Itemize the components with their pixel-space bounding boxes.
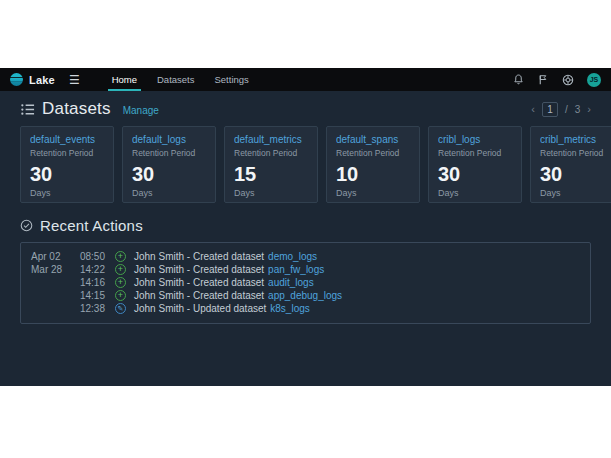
action-dataset-link[interactable]: demo_logs <box>268 251 317 262</box>
retention-period-label: Retention Period <box>540 148 611 158</box>
dataset-card[interactable]: cribl_logs Retention Period 30 Days <box>428 126 522 203</box>
help-ring-icon[interactable] <box>562 74 574 86</box>
dataset-name-link[interactable]: default_spans <box>336 134 410 145</box>
dataset-name-link[interactable]: cribl_metrics <box>540 134 611 145</box>
action-date: Mar 28 <box>31 264 71 275</box>
action-dataset-link[interactable]: audit_logs <box>268 277 314 288</box>
action-text: John Smith - Created dataset <box>134 290 264 301</box>
top-navbar: Lake ☰ Home Datasets Settings <box>0 68 611 91</box>
action-type-icon: + <box>115 290 126 301</box>
retention-unit: Days <box>132 188 206 198</box>
dataset-name-link[interactable]: default_metrics <box>234 134 308 145</box>
action-time: 14:22 <box>71 264 105 275</box>
retention-period-label: Retention Period <box>234 148 308 158</box>
retention-unit: Days <box>438 188 512 198</box>
nav-tab[interactable]: Datasets <box>147 68 205 91</box>
action-date: Apr 02 <box>31 251 71 262</box>
retention-unit: Days <box>336 188 410 198</box>
datasets-header-row: Datasets Manage ‹ 1 / 3 › <box>20 99 611 119</box>
page-separator: / <box>565 104 568 115</box>
retention-value: 30 <box>132 164 206 184</box>
dataset-card[interactable]: default_metrics Retention Period 15 Days <box>224 126 318 203</box>
retention-value: 30 <box>30 164 104 184</box>
retention-unit: Days <box>30 188 104 198</box>
dataset-card[interactable]: cribl_metrics Retention Period 30 Days <box>530 126 611 203</box>
action-time: 08:50 <box>71 251 105 262</box>
recent-actions-header: Recent Actions <box>20 217 611 234</box>
page-total: 3 <box>575 104 581 115</box>
navbar-right-group: JS <box>512 73 601 87</box>
dataset-name-link[interactable]: default_events <box>30 134 104 145</box>
action-text: John Smith - Created dataset <box>134 277 264 288</box>
nav-tabs: Home Datasets Settings <box>102 68 259 91</box>
nav-tab[interactable]: Settings <box>204 68 258 91</box>
nav-tab-label: Home <box>112 74 137 85</box>
lake-app-window: Lake ☰ Home Datasets Settings <box>0 68 611 386</box>
page-next-icon[interactable]: › <box>587 103 591 115</box>
action-time: 14:15 <box>71 290 105 301</box>
retention-value: 30 <box>540 164 611 184</box>
manage-link[interactable]: Manage <box>123 105 159 116</box>
action-dataset-link[interactable]: k8s_logs <box>270 303 309 314</box>
dataset-cards: default_events Retention Period 30 Days … <box>20 126 611 203</box>
retention-value: 10 <box>336 164 410 184</box>
page-current[interactable]: 1 <box>542 102 558 117</box>
cribl-logo-icon <box>10 73 23 86</box>
action-dataset-link[interactable]: pan_fw_logs <box>268 264 324 275</box>
retention-period-label: Retention Period <box>132 148 206 158</box>
nav-tab-label: Datasets <box>157 74 195 85</box>
action-text: John Smith - Created dataset <box>134 251 264 262</box>
pagination: ‹ 1 / 3 › <box>531 102 591 117</box>
list-icon <box>20 102 35 117</box>
product-name: Lake <box>29 74 55 86</box>
hamburger-menu-icon[interactable]: ☰ <box>69 74 80 86</box>
action-text: John Smith - Created dataset <box>134 264 264 275</box>
retention-period-label: Retention Period <box>30 148 104 158</box>
retention-unit: Days <box>234 188 308 198</box>
action-type-icon: + <box>115 264 126 275</box>
dataset-card[interactable]: default_logs Retention Period 30 Days <box>122 126 216 203</box>
dataset-card[interactable]: default_events Retention Period 30 Days <box>20 126 114 203</box>
nav-tab-label: Settings <box>214 74 248 85</box>
action-type-icon: ✎ <box>115 303 126 314</box>
dataset-name-link[interactable]: cribl_logs <box>438 134 512 145</box>
action-text: John Smith - Updated dataset <box>134 303 266 314</box>
recent-actions-title: Recent Actions <box>40 217 143 234</box>
screenshot-canvas: Lake ☰ Home Datasets Settings <box>0 0 611 458</box>
action-dataset-link[interactable]: app_debug_logs <box>268 290 342 301</box>
notification-bell-icon[interactable] <box>512 74 524 86</box>
retention-period-label: Retention Period <box>336 148 410 158</box>
dataset-name-link[interactable]: default_logs <box>132 134 206 145</box>
recent-actions-panel: Apr 02 08:50 + John Smith - Created data… <box>20 242 591 324</box>
page-title: Datasets <box>42 99 111 119</box>
dataset-card[interactable]: default_spans Retention Period 10 Days <box>326 126 420 203</box>
retention-value: 15 <box>234 164 308 184</box>
circle-check-icon <box>20 219 33 232</box>
action-type-icon: + <box>115 277 126 288</box>
page-prev-icon[interactable]: ‹ <box>531 103 535 115</box>
flag-icon[interactable] <box>537 74 549 86</box>
recent-action-row: Apr 02 08:50 + John Smith - Created data… <box>31 250 580 263</box>
action-type-icon: + <box>115 251 126 262</box>
retention-value: 30 <box>438 164 512 184</box>
action-time: 14:16 <box>71 277 105 288</box>
recent-action-row: 12:38 ✎ John Smith - Updated dataset k8s… <box>31 302 580 315</box>
retention-unit: Days <box>540 188 611 198</box>
recent-action-row: Mar 28 14:22 + John Smith - Created data… <box>31 263 580 276</box>
recent-action-row: 14:16 + John Smith - Created dataset aud… <box>31 276 580 289</box>
retention-period-label: Retention Period <box>438 148 512 158</box>
user-avatar[interactable]: JS <box>587 73 601 87</box>
recent-action-row: 14:15 + John Smith - Created dataset app… <box>31 289 580 302</box>
action-time: 12:38 <box>71 303 105 314</box>
nav-tab[interactable]: Home <box>102 68 147 91</box>
main-content: Datasets Manage ‹ 1 / 3 › default_events… <box>0 91 611 324</box>
